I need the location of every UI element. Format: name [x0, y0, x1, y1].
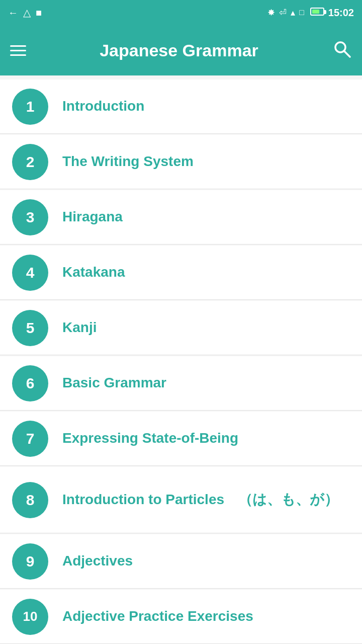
list-item[interactable]: 9Adjectives — [0, 534, 362, 589]
menu-button[interactable] — [10, 45, 26, 56]
chapter-label: Katakana — [62, 263, 125, 281]
chapter-label: Hiragana — [62, 208, 123, 226]
chapter-label: Kanji — [62, 318, 97, 337]
back-icon: ← — [8, 7, 18, 19]
status-bar: ← △ ■ ✸ ⏎ ▴ □ 15:02 — [0, 0, 362, 25]
svg-line-1 — [344, 51, 350, 57]
chapter-label: Introduction to Particles （は、も、が） — [62, 491, 338, 509]
chapter-number: 10 — [12, 599, 48, 635]
chapter-number: 4 — [12, 255, 48, 291]
chapter-number: 3 — [12, 199, 48, 235]
battery-icon — [308, 8, 324, 18]
chapter-number: 2 — [12, 144, 48, 180]
chapter-number: 5 — [12, 310, 48, 346]
list-item[interactable]: 8Introduction to Particles （は、も、が） — [0, 467, 362, 533]
shield-icon: ■ — [36, 7, 42, 19]
chapter-number: 9 — [12, 543, 48, 580]
list-item[interactable]: 2The Writing System — [0, 135, 362, 189]
wifi-icon: ▴ — [291, 7, 295, 18]
chapter-label: Adjective Practice Exercises — [62, 607, 253, 625]
status-bar-left-icons: ← △ ■ — [8, 7, 42, 19]
list-item[interactable]: 6Basic Grammar — [0, 356, 362, 411]
list-item[interactable]: 5Kanji — [0, 301, 362, 355]
chapter-number: 7 — [12, 421, 48, 457]
status-time: 15:02 — [328, 7, 354, 19]
list-item[interactable]: 4Katakana — [0, 246, 362, 300]
search-button[interactable] — [332, 39, 352, 62]
chapter-list: 1Introduction2The Writing System3Hiragan… — [0, 75, 362, 644]
bluetooth-icon: ✸ — [267, 7, 275, 18]
list-item[interactable]: 1Introduction — [0, 79, 362, 134]
app-title: Japanese Grammar — [26, 41, 332, 60]
sim-icon: □ — [299, 8, 304, 17]
chapter-number: 6 — [12, 365, 48, 401]
status-bar-right-icons: ✸ ⏎ ▴ □ 15:02 — [267, 7, 354, 19]
app-bar: Japanese Grammar — [0, 25, 362, 75]
list-item[interactable]: 7Expressing State-of-Being — [0, 412, 362, 466]
android-icon: △ — [23, 7, 31, 19]
chapter-label: The Writing System — [62, 152, 194, 171]
chapter-number: 1 — [12, 89, 48, 125]
chapter-label: Basic Grammar — [62, 374, 166, 392]
list-item[interactable]: 3Hiragana — [0, 190, 362, 245]
chapter-label: Introduction — [62, 97, 144, 115]
chapter-number: 8 — [12, 482, 48, 518]
key-icon: ⏎ — [279, 7, 287, 18]
chapter-label: Expressing State-of-Being — [62, 429, 238, 447]
chapter-label: Adjectives — [62, 552, 133, 570]
list-item[interactable]: 10Adjective Practice Exercises — [0, 590, 362, 644]
